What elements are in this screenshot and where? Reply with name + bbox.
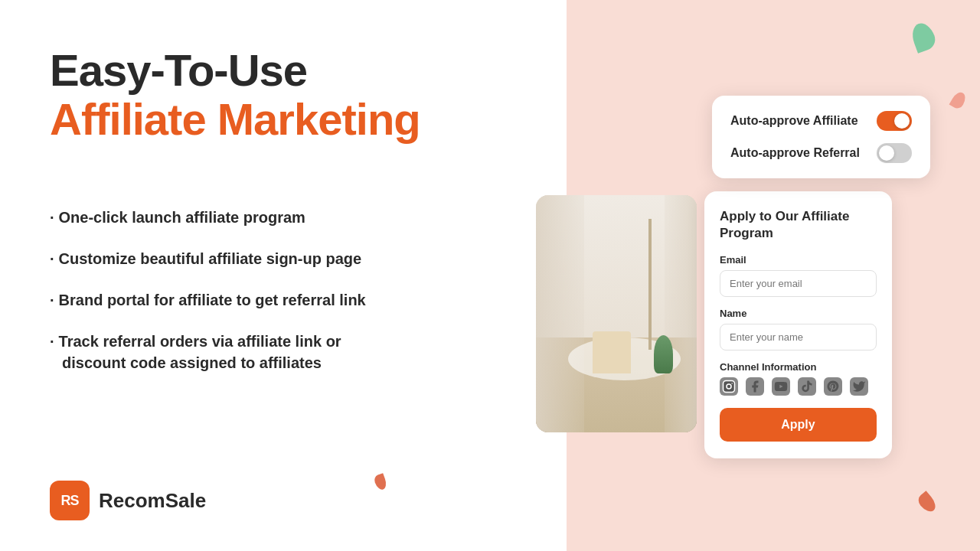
auto-approve-referral-label: Auto-approve Referral: [730, 146, 860, 160]
auto-approve-affiliate-label: Auto-approve Affiliate: [730, 114, 858, 128]
apply-button[interactable]: Apply: [720, 408, 877, 442]
pinterest-icon[interactable]: [824, 377, 842, 396]
svg-point-2: [731, 383, 733, 384]
channel-label: Channel Information: [720, 361, 877, 373]
photo-inner: [536, 195, 697, 432]
email-input[interactable]: [720, 270, 877, 297]
photo-plant: [654, 335, 673, 373]
toggle-knob-referral: [879, 145, 894, 161]
feature-item-4: Track referral orders via affiliate link…: [50, 331, 366, 373]
photo-chair: [593, 331, 631, 373]
auto-approve-affiliate-toggle[interactable]: [877, 111, 912, 131]
affiliate-form-card: Apply to Our Affiliate Program Email Nam…: [704, 191, 892, 458]
youtube-icon[interactable]: [772, 377, 790, 396]
settings-row-affiliate: Auto-approve Affiliate: [730, 111, 912, 131]
form-title: Apply to Our Affiliate Program: [720, 208, 877, 242]
tiktok-icon[interactable]: [798, 377, 816, 396]
auto-approve-referral-toggle[interactable]: [877, 143, 912, 163]
instagram-icon[interactable]: [720, 377, 738, 396]
name-label: Name: [720, 308, 877, 319]
feature-item-1: One-click launch affiliate program: [50, 207, 366, 228]
twitter-icon[interactable]: [850, 377, 868, 396]
toggle-knob-affiliate: [894, 113, 910, 129]
photo-curtain-right: [665, 195, 697, 432]
feature-list: One-click launch affiliate program Custo…: [50, 207, 366, 393]
facebook-icon[interactable]: [746, 377, 764, 396]
feature-item-2: Customize beautiful affiliate sign-up pa…: [50, 248, 366, 269]
logo-icon: RS: [50, 481, 90, 520]
settings-row-referral: Auto-approve Referral: [730, 143, 912, 163]
settings-card: Auto-approve Affiliate Auto-approve Refe…: [712, 96, 930, 178]
svg-point-1: [727, 384, 731, 389]
photo-curtain-left: [536, 195, 584, 432]
logo-area: RS RecomSale: [50, 481, 206, 520]
feature-item-3: Brand portal for affiliate to get referr…: [50, 289, 366, 311]
photo-card: [536, 195, 697, 432]
email-label: Email: [720, 254, 877, 266]
logo-text: RecomSale: [99, 489, 206, 513]
channel-icons: [720, 377, 877, 396]
photo-lamp: [648, 219, 652, 350]
heading-line2: Affiliate Marketing: [50, 95, 420, 144]
name-input[interactable]: [720, 324, 877, 350]
heading-line1: Easy-To-Use: [50, 46, 420, 95]
main-heading: Easy-To-Use Affiliate Marketing: [50, 46, 420, 144]
